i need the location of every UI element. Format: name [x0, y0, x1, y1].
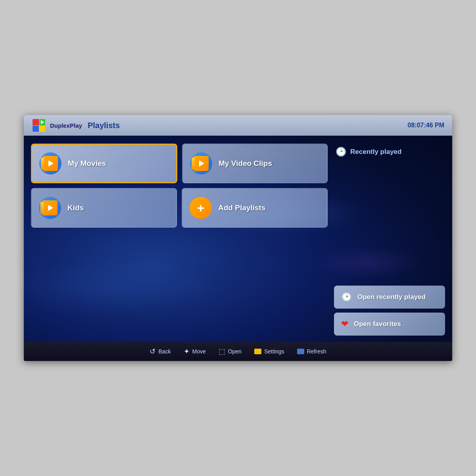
refresh-blue-icon [297, 349, 304, 354]
kids-play-icon [48, 205, 53, 211]
playlist-item-add-playlists[interactable]: + Add Playlists [182, 188, 328, 228]
logo-green [39, 119, 46, 125]
back-icon: ↺ [150, 347, 155, 356]
my-video-clips-icon-inner [194, 156, 209, 171]
recently-played-header: 🕑 Recently played [334, 144, 445, 160]
toolbar-back[interactable]: ↺ Back [150, 347, 171, 356]
refresh-label: Refresh [307, 348, 326, 355]
my-movies-icon-circle [39, 152, 61, 175]
logo-red [33, 119, 39, 125]
toolbar-refresh[interactable]: Refresh [297, 348, 326, 355]
kids-label: Kids [67, 203, 84, 212]
my-movies-play-icon [48, 160, 54, 167]
logo-play-icon [41, 120, 44, 124]
playlist-grid: My Movies My Video Clips [31, 144, 328, 336]
recently-played-clock-icon: 🕑 [336, 147, 346, 157]
playlist-item-my-movies[interactable]: My Movies [31, 144, 177, 183]
my-movies-label: My Movies [68, 159, 106, 168]
tv-frame: DuplexPlay Playlists 08:07:46 PM My Movi… [24, 115, 452, 361]
plus-icon: + [197, 202, 205, 214]
open-favorites-button[interactable]: ❤ Open favorites [334, 313, 445, 336]
my-movies-icon-inner [43, 156, 58, 171]
page-title: Playlists [88, 121, 120, 130]
settings-yellow-icon [254, 349, 261, 354]
move-label: Move [192, 348, 206, 355]
my-video-clips-label: My Video Clips [219, 159, 272, 168]
clock-display: 08:07:46 PM [408, 122, 445, 129]
playlist-item-my-video-clips[interactable]: My Video Clips [182, 144, 328, 183]
kids-icon-inner [42, 200, 58, 215]
grid-row-2: Kids + Add Playlists [31, 188, 328, 228]
heart-icon: ❤ [341, 319, 348, 329]
my-video-clips-play-icon [199, 160, 204, 167]
open-recently-played-label: Open recently played [357, 293, 426, 301]
logo-yellow [39, 126, 46, 132]
header-bar: DuplexPlay Playlists 08:07:46 PM [24, 115, 452, 136]
recently-played-title: Recently played [350, 148, 401, 156]
open-recently-played-button[interactable]: 🕑 Open recently played [334, 286, 445, 309]
sidebar-buttons: 🕑 Open recently played ❤ Open favorites [334, 286, 445, 336]
add-playlists-icon-circle: + [190, 197, 212, 219]
toolbar-move[interactable]: ✦ Move [184, 347, 206, 356]
main-content: My Movies My Video Clips [24, 136, 452, 342]
right-sidebar: 🕑 Recently played 🕑 Open recently played… [334, 144, 445, 336]
toolbar: ↺ Back ✦ Move ⬚ Open Settings Refresh [24, 342, 452, 361]
logo-blue [33, 126, 39, 132]
logo [32, 118, 46, 132]
kids-icon-circle [39, 197, 61, 219]
my-video-clips-icon-circle [190, 152, 212, 175]
playlist-item-kids[interactable]: Kids [31, 188, 177, 228]
open-icon: ⬚ [219, 347, 225, 356]
brand-name: DuplexPlay [50, 122, 82, 129]
settings-label: Settings [264, 348, 284, 355]
open-favorites-label: Open favorites [354, 320, 401, 328]
grid-row-1: My Movies My Video Clips [31, 144, 328, 183]
move-icon: ✦ [184, 347, 190, 356]
back-label: Back [158, 348, 171, 355]
add-playlists-label: Add Playlists [218, 203, 265, 212]
open-label: Open [228, 348, 242, 355]
open-recently-clock-icon: 🕑 [341, 292, 352, 302]
toolbar-settings[interactable]: Settings [254, 348, 284, 355]
toolbar-open[interactable]: ⬚ Open [219, 347, 242, 356]
